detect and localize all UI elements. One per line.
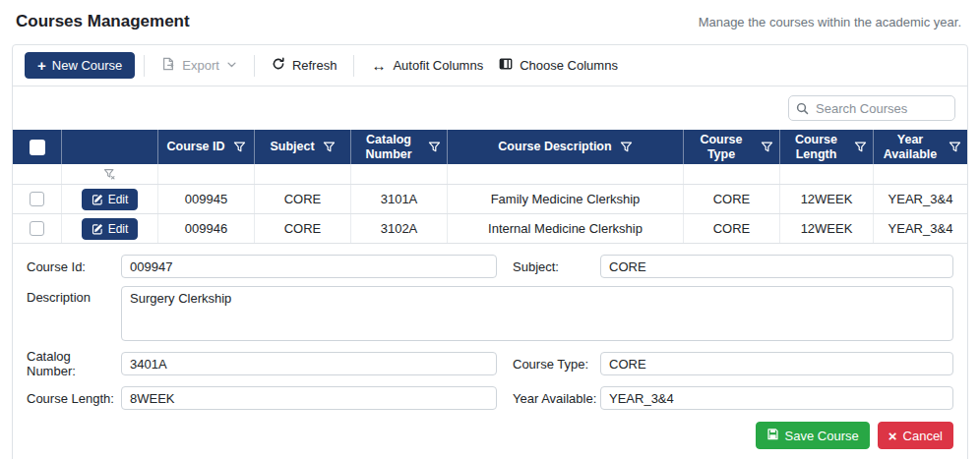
autofit-columns-button[interactable]: ↔ Autofit Columns — [363, 53, 491, 78]
row-select-cell — [13, 214, 62, 243]
choose-columns-button[interactable]: Choose Columns — [491, 52, 626, 79]
toolbar-separator — [353, 55, 354, 77]
filter-funnel-icon[interactable] — [761, 141, 773, 153]
cell-course_length: 12WEEK — [780, 214, 874, 243]
new-course-button[interactable]: + New Course — [25, 52, 135, 79]
column-header-catalog_number[interactable]: Catalog Number — [351, 130, 448, 164]
cancel-button[interactable]: × Cancel — [878, 422, 953, 449]
course-type-label: Course Type: — [513, 357, 600, 372]
page-subtitle: Manage the courses within the academic y… — [699, 15, 961, 29]
filter-cell-course_length — [780, 164, 874, 184]
filter-cell-course_type — [684, 164, 780, 184]
row-edit-cell: Edit — [62, 214, 158, 243]
catalog-number-field[interactable] — [121, 352, 497, 375]
export-label: Export — [182, 58, 219, 73]
save-course-label: Save Course — [785, 429, 859, 443]
edit-button-label: Edit — [108, 193, 129, 206]
form-actions: Save Course × Cancel — [27, 422, 953, 449]
choose-columns-icon — [499, 57, 513, 74]
cell-course_id: 009945 — [158, 185, 255, 213]
column-header-select[interactable] — [13, 130, 62, 164]
search-row — [13, 86, 967, 130]
grid-toolbar: + New Course Export Refresh — [13, 45, 967, 86]
course-type-field[interactable] — [600, 352, 953, 375]
filter-cell-description — [448, 164, 684, 184]
cell-course_id: 009946 — [158, 214, 255, 243]
column-header-label: Year Available — [880, 133, 941, 161]
clear-filter-icon[interactable] — [103, 168, 116, 181]
cell-course_type: CORE — [684, 185, 780, 213]
catalog-number-label: Catalog Number: — [27, 349, 121, 378]
export-icon — [161, 57, 175, 74]
search-input[interactable] — [788, 95, 955, 121]
column-header-label: Course Description — [498, 140, 611, 153]
select-all-checkbox[interactable] — [30, 140, 45, 155]
choose-columns-label: Choose Columns — [520, 58, 618, 73]
page-header: Courses Management Manage the courses wi… — [0, 0, 980, 31]
column-header-course_length[interactable]: Course Length — [780, 130, 874, 164]
cell-course_type: CORE — [684, 214, 780, 243]
column-header-course_type[interactable]: Course Type — [684, 130, 780, 164]
courses-grid-panel: + New Course Export Refresh — [12, 44, 968, 459]
course-id-field[interactable] — [121, 255, 497, 278]
course-length-label: Course Length: — [27, 391, 121, 406]
autofit-arrows-icon: ↔ — [371, 58, 386, 73]
column-header-label: Course Length — [786, 133, 846, 161]
description-label: Description — [27, 286, 121, 305]
refresh-icon — [272, 57, 285, 74]
refresh-label: Refresh — [292, 58, 337, 73]
table-row: Edit009946CORE3102AInternal Medicine Cle… — [13, 214, 967, 244]
column-header-description[interactable]: Course Description — [448, 130, 684, 164]
filter-cell-year_available — [874, 164, 967, 184]
course-length-field[interactable] — [121, 386, 497, 410]
filter-funnel-icon[interactable] — [323, 141, 336, 153]
save-course-button[interactable]: Save Course — [756, 422, 870, 449]
cancel-x-icon: × — [888, 429, 897, 443]
toolbar-separator — [144, 55, 145, 77]
row-checkbox[interactable] — [30, 221, 44, 236]
subject-field[interactable] — [600, 255, 953, 278]
filter-cell-catalog_number — [351, 164, 448, 184]
course-id-label: Course Id: — [27, 259, 121, 274]
save-icon — [766, 428, 779, 443]
row-edit-cell: Edit — [62, 185, 158, 213]
filter-funnel-icon[interactable] — [620, 141, 633, 153]
table-row: Edit009945CORE3101AFamily Medicine Clerk… — [13, 185, 967, 214]
column-header-year_available[interactable]: Year Available — [874, 130, 967, 164]
table-rows-above-form: Edit009945CORE3101AFamily Medicine Clerk… — [13, 185, 967, 244]
column-header-edit — [62, 130, 158, 164]
search-box — [788, 95, 955, 121]
cell-course_length: 12WEEK — [780, 185, 874, 213]
export-button[interactable]: Export — [153, 52, 245, 79]
column-header-label: Course ID — [166, 140, 224, 153]
column-header-label: Catalog Number — [357, 133, 420, 161]
filter-cell-select — [13, 164, 62, 184]
row-select-cell — [13, 185, 62, 213]
filter-cell-subject — [255, 164, 351, 184]
cell-catalog_number: 3101A — [351, 185, 448, 213]
edit-button[interactable]: Edit — [82, 189, 139, 210]
row-checkbox[interactable] — [30, 192, 44, 206]
year-available-field[interactable] — [600, 386, 953, 410]
search-icon — [796, 101, 809, 119]
page-title: Courses Management — [16, 12, 190, 31]
filter-funnel-icon[interactable] — [428, 141, 441, 153]
refresh-button[interactable]: Refresh — [264, 52, 345, 79]
column-header-course_id[interactable]: Course ID — [158, 130, 255, 164]
edit-button[interactable]: Edit — [82, 218, 139, 240]
plus-icon: + — [37, 58, 46, 73]
year-available-label: Year Available: — [513, 391, 600, 406]
subject-label: Subject: — [513, 259, 600, 274]
pencil-icon — [92, 223, 103, 235]
filter-funnel-icon[interactable] — [233, 141, 246, 153]
toolbar-separator — [254, 55, 255, 77]
description-field[interactable]: Surgery Clerkship — [121, 286, 953, 341]
cell-description: Internal Medicine Clerkship — [448, 214, 684, 243]
column-header-subject[interactable]: Subject — [255, 130, 351, 164]
filter-funnel-icon[interactable] — [949, 141, 961, 153]
column-header-label: Subject — [270, 140, 314, 153]
cell-year_available: YEAR_3&4 — [874, 214, 967, 243]
filter-cell-course_id — [158, 164, 255, 184]
filter-funnel-icon[interactable] — [854, 141, 867, 153]
cell-description: Family Medicine Clerkship — [448, 185, 684, 213]
